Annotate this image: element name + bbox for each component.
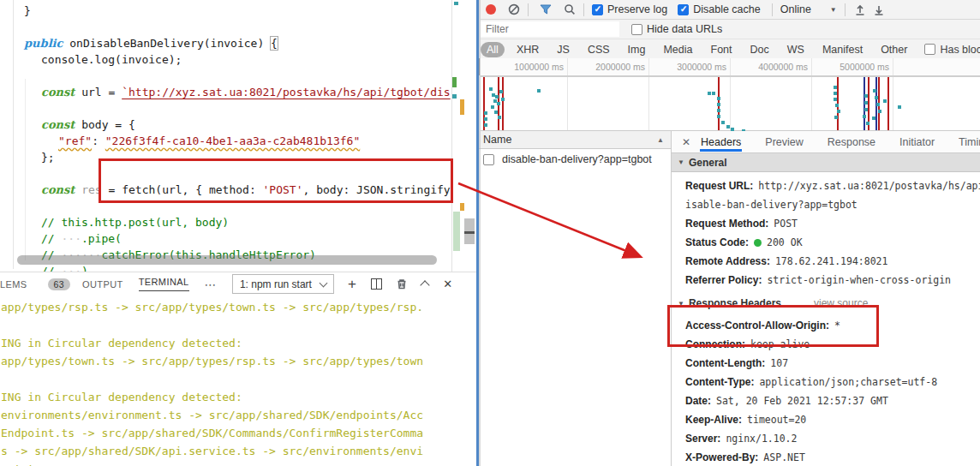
search-icon[interactable] [564,3,576,15]
request-row-checkbox[interactable] [483,154,494,165]
terminal-line: ING in Circular dependency detected: [1,388,423,406]
header-key: X-Powered-By: [685,451,758,463]
filter-pill-doc[interactable]: Doc [744,42,775,57]
overview-ruler[interactable] [451,0,476,272]
timeline-tick-label: 2000000 ms [595,62,645,72]
timeline-overview[interactable] [481,77,980,131]
filter-input[interactable] [481,21,619,37]
terminal-line: s -> src/app/shared/SDK/api.service.ts -… [1,442,423,460]
code-line [0,198,452,214]
panel-tab-bar: LEMS 63 OUTPUT TERMINAL ⋯ 1: npm run sta… [0,272,476,296]
tab-output[interactable]: OUTPUT [82,279,123,290]
new-terminal-icon[interactable]: + [348,277,356,291]
response-headers-section-header[interactable]: ▼ Response Headers view source [672,297,980,309]
header-key: Server: [685,433,720,445]
header-value: isable-ban-delivery?app=tgbot [685,199,858,211]
timeline-tick-label: 1000000 ms [514,62,564,72]
timeline-request-dot [834,86,837,89]
filter-pill-xhr[interactable]: XHR [511,42,545,57]
bottom-panel: LEMS 63 OUTPUT TERMINAL ⋯ 1: npm run sta… [0,272,476,466]
filter-pill-font[interactable]: Font [705,42,738,57]
terminal-output[interactable]: app/types/rsp.ts -> src/app/types/town.t… [1,298,423,466]
network-filter-row: Hide data URLs [481,20,980,39]
problems-count-badge: 63 [48,278,70,290]
hide-data-urls-label: Hide data URLs [647,23,722,35]
filter-pill-img[interactable]: Img [622,42,652,57]
close-detail-icon[interactable]: ✕ [682,136,690,148]
throttling-dropdown[interactable]: Online ▼ [780,3,837,15]
filter-pill-media[interactable]: Media [657,42,698,57]
hide-data-urls-checkbox[interactable] [631,24,642,35]
tab-timing[interactable]: Timing [958,133,980,151]
header-kv-row: Keep-Alive:timeout=20 [685,410,980,429]
record-icon[interactable] [486,4,496,15]
ruler-mark [452,94,457,99]
timeline-request-dot [883,99,887,103]
kill-terminal-icon[interactable] [397,278,407,290]
timeline-gridline [811,77,812,130]
export-har-icon[interactable] [874,4,884,15]
detail-tab-bar: ✕ HeadersPreviewResponseInitiatorTiming [672,131,980,153]
triangle-down-icon: ▼ [678,158,684,166]
filter-pill-all[interactable]: All [481,42,505,57]
timeline-request-dot [875,96,878,99]
code-line: // ···.pipe( [0,230,452,247]
tab-headers[interactable]: Headers [700,133,742,152]
code-line [0,68,452,84]
code-line: const url = `http://xyz.sat.ua:8021/post… [0,84,452,100]
status-green-dot [754,239,762,247]
timeline-request-dot [501,98,505,101]
header-value: ASP.NET [763,451,804,463]
timeline-request-dot [726,125,730,128]
terminal-selector-dropdown[interactable]: 1: npm run start [232,274,334,294]
tab-terminal[interactable]: TERMINAL [139,277,189,291]
timeline-ruler: 1000000 ms2000000 ms3000000 ms4000000 ms… [481,58,980,77]
code-line: const body = { [0,116,452,133]
terminal-line: app/types/town.ts -> src/app/types/rsp.t… [1,352,423,370]
filter-pill-manifest[interactable]: Manifest [816,42,869,57]
timeline-request-dot [717,115,720,118]
timeline-gridline [893,58,893,75]
import-har-icon[interactable] [855,4,865,15]
tab-initiator[interactable]: Initiator [899,133,935,151]
header-kv-row: isable-ban-delivery?app=tgbot [685,195,980,214]
preserve-log-checkbox[interactable] [592,4,603,15]
timeline-request-dot [498,116,501,119]
clear-icon[interactable] [508,3,520,15]
code-editor: }public onDisableBanDelivery(invoice) {c… [0,0,476,466]
name-column-header[interactable]: Name ▲ [476,131,671,149]
filter-funnel-icon[interactable] [540,4,552,15]
code-line: "ref": "226f3f4f-ca10-4be1-aa3a-c2ab481b… [0,133,452,149]
timeline-request-dot [872,116,875,120]
tab-problems[interactable]: LEMS [0,279,27,290]
horizontal-scrollbar[interactable] [17,255,437,265]
filter-pill-other[interactable]: Other [875,42,913,57]
filter-pill-js[interactable]: JS [551,42,576,57]
code-line [0,100,452,116]
has-blocked-cookies-checkbox[interactable] [924,44,935,55]
header-value: Sat, 20 Feb 2021 12:57:37 GMT [716,395,888,407]
view-source-link[interactable]: view source [814,297,868,309]
timeline-request-dot [717,97,720,100]
code-line: console.log(invoice); [0,51,452,68]
tab-response[interactable]: Response [827,133,876,151]
code-area[interactable]: }public onDisableBanDelivery(invoice) {c… [0,0,452,272]
close-panel-icon[interactable]: ✕ [443,278,452,290]
ruler-mark [464,231,475,234]
general-section-header[interactable]: ▼ General [672,153,980,172]
split-terminal-icon[interactable] [371,278,382,290]
filter-pill-css[interactable]: CSS [582,42,616,57]
terminal-line: app/types/rsp.ts -> src/app/types/town.t… [1,298,423,316]
timeline-request-dot [864,101,868,105]
header-kv-row: Remote Address:178.62.241.194:8021 [685,252,980,271]
maximize-panel-icon[interactable] [421,279,428,289]
request-row[interactable]: disable-ban-delivery?app=tgbot [476,149,671,170]
request-type-filters: AllXHRJSCSSImgMediaFontDocWSManifestOthe… [481,39,980,59]
timeline-gridline [811,58,812,75]
code-line: }; [0,149,452,165]
timeline-request-dot [864,94,868,98]
disable-cache-checkbox[interactable] [678,4,689,15]
more-actions-icon[interactable]: ⋯ [205,278,217,291]
filter-pill-ws[interactable]: WS [781,42,810,57]
tab-preview[interactable]: Preview [764,133,804,151]
